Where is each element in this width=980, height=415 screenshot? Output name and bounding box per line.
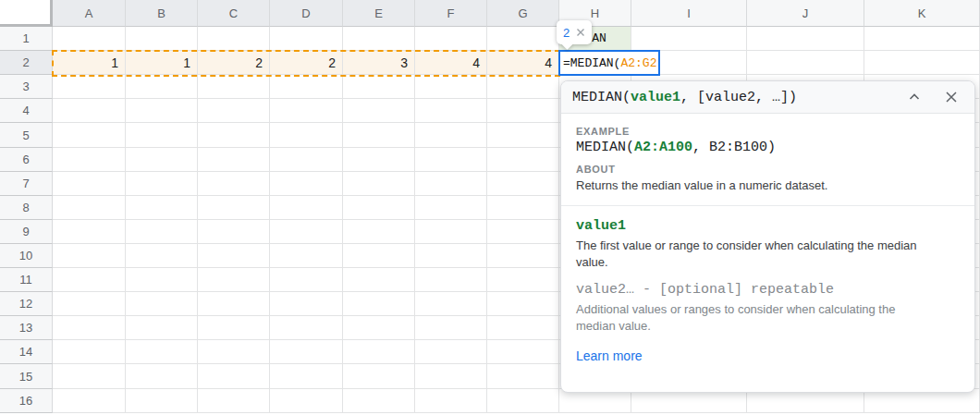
cell-G10[interactable]: [487, 244, 559, 268]
cell-B11[interactable]: [126, 268, 198, 292]
cell-D12[interactable]: [270, 292, 343, 316]
cell-F13[interactable]: [415, 316, 487, 340]
row-header-8[interactable]: 8: [0, 196, 53, 220]
cell-A16[interactable]: [53, 389, 126, 413]
column-header-B[interactable]: B: [126, 0, 198, 27]
cell-A8[interactable]: [53, 196, 126, 220]
select-all-corner[interactable]: [0, 0, 53, 27]
cell-G8[interactable]: [487, 196, 559, 220]
cell-D10[interactable]: [270, 244, 343, 268]
column-header-C[interactable]: C: [198, 0, 270, 27]
cell-E10[interactable]: [343, 244, 415, 268]
cell-C10[interactable]: [198, 244, 270, 268]
cell-G11[interactable]: [487, 268, 559, 292]
cell-A3[interactable]: [53, 75, 126, 99]
cell-F7[interactable]: [415, 172, 487, 196]
cell-A10[interactable]: [53, 244, 126, 268]
cell-E2[interactable]: 3: [343, 51, 415, 75]
cell-E16[interactable]: [343, 389, 415, 413]
row-header-16[interactable]: 16: [0, 389, 53, 413]
cell-G12[interactable]: [487, 292, 559, 316]
cell-F12[interactable]: [415, 292, 487, 316]
cell-D15[interactable]: [270, 364, 343, 389]
column-header-J[interactable]: J: [747, 0, 864, 27]
cell-F14[interactable]: [415, 340, 487, 364]
cell-D11[interactable]: [270, 268, 343, 292]
cell-D3[interactable]: [270, 75, 343, 99]
cell-G7[interactable]: [487, 172, 559, 196]
row-header-9[interactable]: 9: [0, 220, 53, 244]
cell-E6[interactable]: [343, 148, 415, 172]
column-header-K[interactable]: K: [864, 0, 980, 27]
cell-D4[interactable]: [270, 99, 343, 123]
cell-A12[interactable]: [53, 292, 126, 316]
row-header-14[interactable]: 14: [0, 340, 53, 364]
cell-D14[interactable]: [270, 340, 343, 364]
cell-E13[interactable]: [343, 316, 415, 340]
cell-F16[interactable]: [415, 389, 487, 413]
cell-E11[interactable]: [343, 268, 415, 292]
cell-A6[interactable]: [53, 148, 126, 172]
cell-D1[interactable]: [270, 27, 343, 51]
close-icon[interactable]: [945, 91, 958, 104]
cell-J2[interactable]: [747, 51, 864, 75]
cell-D7[interactable]: [270, 172, 343, 196]
cell-G9[interactable]: [487, 220, 559, 244]
cell-F10[interactable]: [415, 244, 487, 268]
cell-A7[interactable]: [53, 172, 126, 196]
cell-E9[interactable]: [343, 220, 415, 244]
cell-B8[interactable]: [126, 196, 198, 220]
row-header-13[interactable]: 13: [0, 316, 53, 340]
column-header-F[interactable]: F: [415, 0, 487, 27]
cell-E1[interactable]: [343, 27, 415, 51]
cell-C11[interactable]: [198, 268, 270, 292]
cell-E15[interactable]: [343, 364, 415, 389]
cell-F4[interactable]: [415, 99, 487, 123]
cell-F3[interactable]: [415, 75, 487, 99]
cell-C16[interactable]: [198, 389, 270, 413]
cell-E7[interactable]: [343, 172, 415, 196]
row-header-3[interactable]: 3: [0, 75, 53, 99]
cell-G13[interactable]: [487, 316, 559, 340]
cell-A9[interactable]: [53, 220, 126, 244]
cell-B6[interactable]: [126, 148, 198, 172]
cell-E8[interactable]: [343, 196, 415, 220]
cell-F6[interactable]: [415, 148, 487, 172]
cell-D13[interactable]: [270, 316, 343, 340]
cell-D2[interactable]: 2: [270, 51, 343, 75]
cell-B13[interactable]: [126, 316, 198, 340]
cell-B16[interactable]: [126, 389, 198, 413]
cell-D6[interactable]: [270, 148, 343, 172]
cell-A11[interactable]: [53, 268, 126, 292]
cell-G3[interactable]: [487, 75, 559, 99]
cell-K2[interactable]: [864, 51, 980, 75]
cell-D8[interactable]: [270, 196, 343, 220]
cell-C1[interactable]: [198, 27, 270, 51]
cell-D9[interactable]: [270, 220, 343, 244]
column-header-I[interactable]: I: [631, 0, 747, 27]
cell-J1[interactable]: [747, 27, 864, 51]
row-header-6[interactable]: 6: [0, 148, 53, 172]
cell-K1[interactable]: [864, 27, 980, 51]
cell-B14[interactable]: [126, 340, 198, 364]
cell-C4[interactable]: [198, 99, 270, 123]
cell-F15[interactable]: [415, 364, 487, 389]
row-header-12[interactable]: 12: [0, 292, 53, 316]
cell-A15[interactable]: [53, 364, 126, 389]
cell-C13[interactable]: [198, 316, 270, 340]
cell-C3[interactable]: [198, 75, 270, 99]
cell-A4[interactable]: [53, 99, 126, 123]
cell-C7[interactable]: [198, 172, 270, 196]
column-header-D[interactable]: D: [270, 0, 343, 27]
cell-B15[interactable]: [126, 364, 198, 389]
learn-more-link[interactable]: Learn more: [576, 348, 643, 363]
cell-F9[interactable]: [415, 220, 487, 244]
cell-C8[interactable]: [198, 196, 270, 220]
cell-F2[interactable]: 4: [415, 51, 487, 75]
cell-B2[interactable]: 1: [126, 51, 198, 75]
cell-B7[interactable]: [126, 172, 198, 196]
cell-B3[interactable]: [126, 75, 198, 99]
cell-C9[interactable]: [198, 220, 270, 244]
cell-B9[interactable]: [126, 220, 198, 244]
row-header-2[interactable]: 2: [0, 51, 53, 75]
